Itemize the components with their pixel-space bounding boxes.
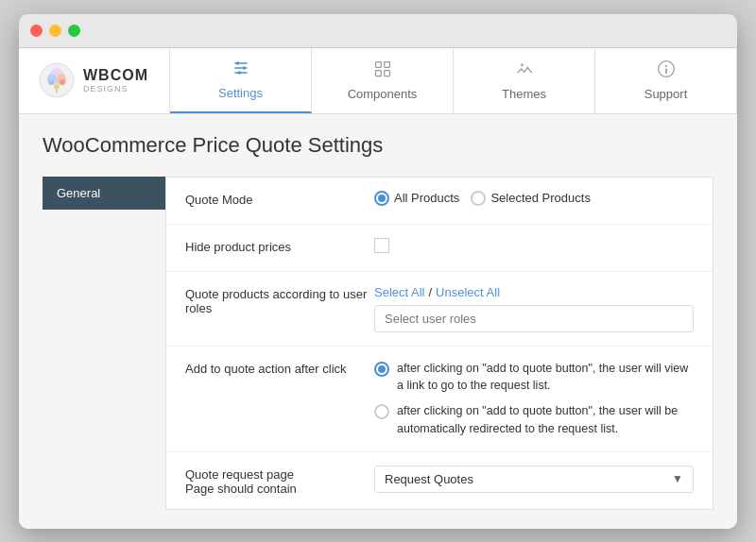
main-window: WBCOM DESIGNS Settings <box>19 14 737 529</box>
quote-page-control: Request Quotes ▼ <box>374 466 694 493</box>
svg-point-6 <box>60 79 65 85</box>
svg-point-11 <box>236 61 239 64</box>
main-panel: Quote Mode All Products Selected Product… <box>165 177 713 510</box>
user-roles-input[interactable] <box>374 305 694 332</box>
quote-roles-link-row: Select All / Unselect All <box>374 285 694 299</box>
content-area: General Quote Mode All Products <box>43 177 713 510</box>
tab-themes[interactable]: Themes <box>454 48 595 113</box>
titlebar <box>19 14 737 48</box>
logo-main-text: WBCOM <box>83 67 148 84</box>
traffic-lights <box>30 25 80 37</box>
tab-components[interactable]: Components <box>312 48 454 113</box>
quote-page-label: Quote request page Page should contain <box>185 466 374 496</box>
quote-page-dropdown[interactable]: Request Quotes ▼ <box>374 466 694 493</box>
close-button[interactable] <box>30 25 43 37</box>
quote-roles-label: Quote products according to user roles <box>185 285 374 315</box>
maximize-button[interactable] <box>68 25 80 37</box>
tab-components-label: Components <box>348 87 418 101</box>
hide-prices-checkbox[interactable] <box>374 238 389 253</box>
sidebar-item-general[interactable]: General <box>43 177 165 210</box>
tab-settings-label: Settings <box>218 86 263 100</box>
radio-selected-products[interactable]: Selected Products <box>471 191 591 206</box>
svg-rect-15 <box>384 62 389 68</box>
radio-all-products[interactable]: All Products <box>374 191 459 206</box>
page-content: WooCommerce Price Quote Settings General… <box>19 114 737 529</box>
svg-point-12 <box>242 66 245 69</box>
quote-mode-radio-group: All Products Selected Products <box>374 191 694 206</box>
tab-settings[interactable]: Settings <box>170 48 312 113</box>
add-to-quote-option-2: after clicking on "add to quote button",… <box>374 402 694 438</box>
add-to-quote-label: Add to quote action after click <box>185 360 374 376</box>
radio-all-products-circle <box>374 191 389 206</box>
tab-themes-label: Themes <box>502 87 546 101</box>
svg-point-5 <box>48 79 54 85</box>
svg-rect-16 <box>375 71 381 76</box>
setting-row-quote-mode: Quote Mode All Products Selected Product… <box>166 178 713 225</box>
page-title: WooCommerce Price Quote Settings <box>43 133 713 158</box>
setting-row-hide-prices: Hide product prices <box>166 225 713 272</box>
svg-point-13 <box>237 71 240 74</box>
setting-row-quote-roles: Quote products according to user roles S… <box>166 272 713 347</box>
add-to-quote-option-1: after clicking on "add to quote button",… <box>374 360 694 396</box>
svg-rect-14 <box>375 62 381 68</box>
add-to-quote-option-2-text: after clicking on "add to quote button",… <box>397 402 694 438</box>
components-icon <box>373 59 392 83</box>
add-to-quote-control: after clicking on "add to quote button",… <box>374 360 694 438</box>
add-to-quote-option-1-text: after clicking on "add to quote button",… <box>397 360 694 396</box>
logo-icon <box>38 61 76 99</box>
quote-page-label-line1: Quote request page <box>185 467 294 482</box>
svg-rect-17 <box>384 71 389 76</box>
add-to-quote-radio-2[interactable] <box>374 404 389 419</box>
support-icon <box>657 59 676 83</box>
tab-support[interactable]: Support <box>595 48 737 113</box>
radio-selected-products-label: Selected Products <box>490 191 591 205</box>
quote-mode-control: All Products Selected Products <box>374 191 694 206</box>
radio-selected-products-circle <box>471 191 486 206</box>
setting-row-quote-page: Quote request page Page should contain R… <box>166 452 713 509</box>
sidebar: General <box>43 177 165 510</box>
sidebar-item-general-label: General <box>57 186 100 200</box>
hide-prices-label: Hide product prices <box>185 238 374 254</box>
quote-mode-label: Quote Mode <box>185 191 374 207</box>
radio-all-products-label: All Products <box>394 191 459 205</box>
quote-page-value: Request Quotes <box>385 472 473 486</box>
unselect-all-link[interactable]: Unselect All <box>436 285 500 299</box>
hide-prices-control <box>374 238 694 253</box>
tab-support-label: Support <box>644 87 688 101</box>
logo-text: WBCOM DESIGNS <box>83 67 148 93</box>
select-all-link[interactable]: Select All <box>374 285 424 299</box>
dropdown-arrow-icon: ▼ <box>672 472 683 485</box>
minimize-button[interactable] <box>49 25 61 37</box>
settings-icon <box>232 59 250 82</box>
link-separator: / <box>428 285 432 299</box>
quote-roles-control: Select All / Unselect All <box>374 285 694 332</box>
nav-tabs: Settings Components <box>170 48 737 113</box>
quote-page-label-line2: Page should contain <box>185 482 297 496</box>
logo: WBCOM DESIGNS <box>19 48 170 113</box>
setting-row-add-to-quote: Add to quote action after click after cl… <box>166 347 713 452</box>
themes-icon <box>515 59 534 83</box>
nav-bar: WBCOM DESIGNS Settings <box>19 48 737 114</box>
logo-sub-text: DESIGNS <box>83 84 148 93</box>
svg-rect-4 <box>54 85 60 89</box>
add-to-quote-radio-1[interactable] <box>374 362 389 377</box>
